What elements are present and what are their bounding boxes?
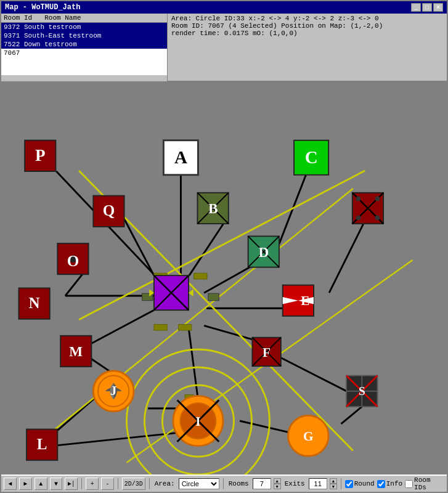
roomids-checkbox-group: Room IDs: [405, 476, 444, 491]
nav-right-button[interactable]: ►: [19, 478, 32, 490]
room-list[interactable]: 9372 South testroom 9371 South-East test…: [1, 23, 167, 75]
map-area[interactable]: P A C Q B: [1, 81, 447, 475]
rooms-up-btn[interactable]: ▲: [274, 478, 281, 484]
top-section: Room Id Room Name 9372 South testroom 93…: [1, 14, 447, 81]
nav-left-button[interactable]: ◄: [4, 478, 17, 490]
info-panel: Area: Circle ID:33 x:-2 <-> 4 y:-2 <-> 2…: [168, 14, 447, 81]
svg-text:E: E: [301, 293, 309, 308]
svg-text:Q: Q: [103, 202, 115, 219]
room-item[interactable]: 7522 Down testroom: [1, 40, 167, 49]
svg-point-53: [375, 216, 380, 221]
svg-rect-31: [208, 293, 219, 301]
svg-rect-33: [179, 324, 192, 330]
left-panel: Room Id Room Name 9372 South testroom 93…: [1, 14, 168, 81]
exits-spinner[interactable]: ▲ ▼: [330, 478, 337, 489]
svg-text:P: P: [35, 146, 46, 165]
svg-text:L: L: [37, 436, 47, 452]
exits-down-btn[interactable]: ▼: [330, 484, 337, 489]
roomids-label[interactable]: Room IDs: [414, 476, 444, 491]
svg-text:A: A: [174, 147, 187, 167]
round-checkbox[interactable]: [345, 480, 353, 488]
bottom-toolbar: ◄ ► ▲ ▼ ►| + - 2D/3D Area: Circle Rooms …: [1, 475, 447, 492]
svg-text:N: N: [29, 295, 40, 311]
area-label: Area:: [155, 480, 175, 487]
svg-rect-32: [154, 324, 167, 330]
svg-text:I: I: [195, 414, 200, 429]
info-line1: Area: Circle ID:33 x:-2 <-> 4 y:-2 <-> 2…: [171, 15, 443, 22]
map-svg: P A C Q B: [1, 81, 447, 475]
exits-label: Exits: [285, 480, 305, 487]
rooms-label: Rooms: [229, 480, 249, 487]
nav-up-button[interactable]: ▲: [35, 478, 47, 490]
room-item[interactable]: 9372 South testroom: [1, 23, 167, 31]
title-bar-buttons: _ □ ×: [411, 3, 443, 12]
area-select[interactable]: Circle: [179, 478, 219, 489]
nav-end-button[interactable]: ►|: [65, 478, 78, 490]
svg-text:M: M: [69, 343, 83, 359]
divider3: [149, 478, 150, 489]
info-label[interactable]: Info: [386, 480, 402, 487]
divider1: [81, 478, 82, 489]
exits-input[interactable]: [309, 478, 327, 489]
svg-text:D: D: [258, 244, 269, 260]
roomids-checkbox[interactable]: [405, 480, 413, 488]
info-line2: Room ID: 7067 (4 Selected) Position on M…: [171, 22, 443, 30]
info-checkbox[interactable]: [377, 480, 385, 488]
round-checkbox-group: Round: [345, 480, 375, 488]
exits-up-btn[interactable]: ▲: [330, 478, 337, 484]
rooms-input[interactable]: [253, 478, 271, 489]
panel-header: Room Id Room Name: [1, 14, 167, 23]
window-title: Map - WoTMUD_Jath: [5, 3, 80, 12]
rooms-down-btn[interactable]: ▼: [274, 484, 281, 489]
room-item[interactable]: 7067: [1, 49, 167, 57]
divider2: [118, 478, 118, 489]
info-checkbox-group: Info: [377, 480, 402, 488]
divider4: [223, 478, 224, 489]
svg-point-51: [375, 197, 380, 202]
svg-point-50: [356, 197, 361, 202]
svg-text:B: B: [208, 200, 218, 216]
view-2d3d-button[interactable]: 2D/3D: [122, 478, 145, 490]
rooms-spinner[interactable]: ▲ ▼: [274, 478, 281, 489]
svg-text:C: C: [305, 147, 318, 167]
col2-header: Room Name: [44, 14, 81, 22]
svg-text:F: F: [263, 345, 271, 360]
svg-text:G: G: [303, 429, 314, 444]
svg-text:J: J: [110, 383, 117, 398]
room-item[interactable]: 9371 South-East testroom: [1, 31, 167, 40]
svg-rect-29: [194, 273, 207, 279]
del-button[interactable]: -: [101, 478, 114, 490]
svg-point-52: [356, 216, 361, 221]
add-button[interactable]: +: [86, 478, 99, 490]
maximize-button[interactable]: □: [422, 3, 432, 12]
divider5: [341, 478, 341, 489]
nav-down-button[interactable]: ▼: [50, 478, 63, 490]
round-label[interactable]: Round: [354, 480, 375, 487]
minimize-button[interactable]: _: [411, 3, 421, 12]
close-button[interactable]: ×: [433, 3, 443, 12]
main-window: Map - WoTMUD_Jath _ □ × Room Id Room Nam…: [0, 0, 448, 493]
info-line3: render time: 0.017S mO: (1,0,0): [171, 30, 443, 37]
col1-header: Room Id: [4, 14, 32, 22]
svg-text:O: O: [67, 253, 79, 269]
title-bar: Map - WoTMUD_Jath _ □ ×: [1, 1, 447, 14]
svg-text:S: S: [359, 385, 365, 397]
